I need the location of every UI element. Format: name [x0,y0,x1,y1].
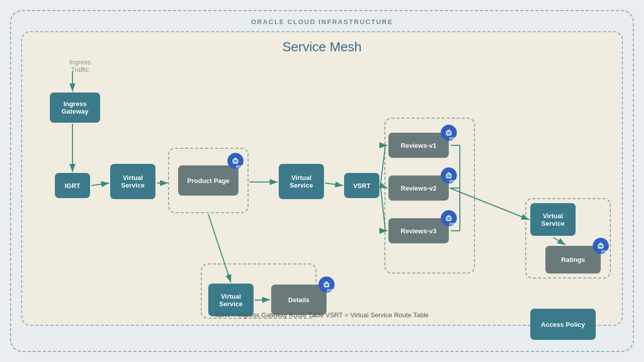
reviews-v2-node: Reviews-v2 pod [388,175,449,201]
details-node: Details pod [271,285,327,315]
svg-line-28 [92,183,109,186]
virtual-service-ratings-node: VirtualService [530,203,576,236]
svg-rect-17 [325,282,328,284]
svg-rect-21 [599,243,602,245]
svg-rect-1 [234,158,236,160]
product-page-container: Product Page pod [168,148,249,213]
svg-rect-13 [447,215,450,218]
svg-rect-7 [447,133,450,134]
svg-rect-5 [447,130,450,132]
svg-rect-19 [325,285,328,286]
virtual-service-2-node: VirtualService [279,164,324,199]
ingress-traffic-label: IngressTraffic [62,58,98,73]
reviews-v3-node: Reviews-v3 pod [388,218,449,243]
legend: IGRT = Ingress Gateway Route Table VSRT … [22,311,622,319]
svg-rect-10 [447,174,450,175]
reviews-v1-node: Reviews-v1 pod [388,133,449,158]
virtual-service-1-node: VirtualService [110,164,155,199]
vsrt-node: VSRT [344,173,379,198]
svg-rect-23 [599,246,602,247]
service-mesh-title: Service Mesh [22,32,622,55]
svg-rect-6 [447,132,450,133]
igrt-node: IGRT [55,173,90,198]
svg-rect-2 [233,160,237,161]
oci-container: ORACLE CLOUD INFRASTRUCTURE Service Mesh… [10,10,634,352]
svg-rect-15 [447,219,450,220]
svg-rect-18 [325,284,328,285]
details-pod: pod [318,277,335,293]
svg-rect-9 [447,172,450,175]
svg-rect-14 [447,217,450,218]
reviews-v1-pod: pod [441,125,457,141]
svg-line-31 [325,183,343,186]
svg-rect-3 [233,161,237,162]
product-page-node: Product Page [178,165,238,196]
svg-rect-22 [599,245,602,246]
ratings-pod: pod [593,238,609,254]
oci-label: ORACLE CLOUD INFRASTRUCTURE [11,11,633,26]
reviews-v3-pod: pod [441,210,457,226]
svg-rect-11 [447,176,450,177]
service-mesh-container: Service Mesh IngressTraffic Ingress Gate… [21,31,623,326]
reviews-v2-pod: pod [441,167,457,184]
ingress-gateway-node: Ingress Gateway [50,93,100,123]
product-page-pod-icon: pod [227,153,244,169]
ratings-node: Ratings pod [545,246,601,274]
